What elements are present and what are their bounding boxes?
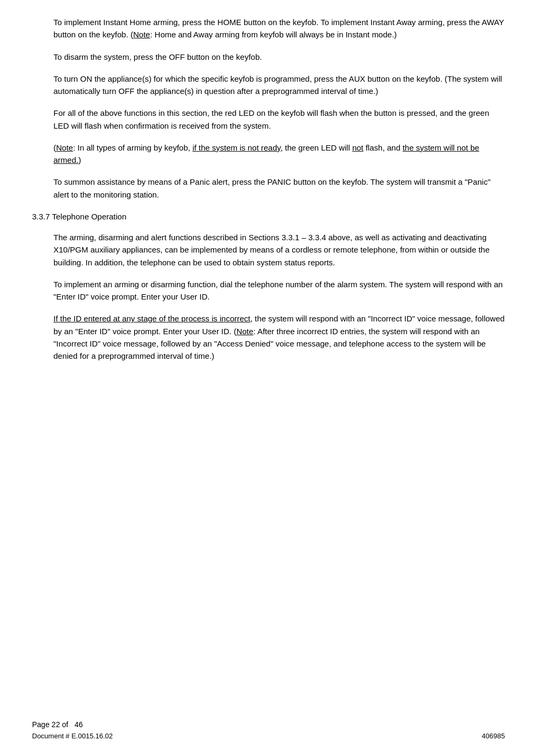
footer-page-num: 22 (52, 720, 60, 729)
section-p2-text: To implement an arming or disarming func… (53, 280, 503, 301)
section-heading-3-3-7: 3.3.7 Telephone Operation (32, 210, 505, 223)
paragraph-5-mid: : In all types of arming by keyfob, (73, 143, 192, 152)
footer-doc-label: Document # E.0015.16.02 (32, 732, 113, 740)
section-p3-underline: If the ID entered at any stage of the pr… (53, 314, 251, 323)
paragraph-5-close: ) (79, 155, 81, 164)
section-paragraph-3: If the ID entered at any stage of the pr… (53, 312, 505, 362)
paragraph-1-text-end: : Home and Away arming from keyfob will … (150, 30, 397, 39)
footer-of-label: of (60, 720, 74, 729)
paragraph-5-underline1: if the system is not ready (192, 143, 281, 152)
footer-page-label: Page (32, 720, 52, 729)
footer-doc-line: Document # E.0015.16.02 406985 (32, 732, 505, 740)
paragraph-6-text: To summon assistance by means of a Panic… (53, 177, 491, 199)
section-paragraph-1: The arming, disarming and alert function… (53, 231, 505, 269)
paragraph-5-note: Note (56, 143, 73, 152)
paragraph-6: To summon assistance by means of a Panic… (53, 176, 505, 201)
footer-total-pages: 46 (74, 720, 83, 729)
paragraph-5: (Note: In all types of arming by keyfob,… (53, 141, 505, 167)
paragraph-1-note: Note (133, 30, 150, 39)
page-container: To implement Instant Home arming, press … (0, 0, 537, 414)
paragraph-4-text: For all of the above functions in this s… (53, 108, 489, 130)
section-p1-text: The arming, disarming and alert function… (53, 233, 489, 267)
footer-page-line: Page 22 of 46 (32, 720, 505, 729)
paragraph-5-mid3: flash, and (363, 143, 402, 152)
section-paragraph-2: To implement an arming or disarming func… (53, 278, 505, 303)
paragraph-3-text: To turn ON the appliance(s) for which th… (53, 74, 502, 96)
footer: Page 22 of 46 Document # E.0015.16.02 40… (32, 720, 505, 740)
section-heading-text: 3.3.7 Telephone Operation (32, 212, 127, 221)
paragraph-3: To turn ON the appliance(s) for which th… (53, 73, 505, 98)
paragraph-2-text: To disarm the system, press the OFF butt… (53, 52, 262, 61)
paragraph-5-underline2: not (352, 143, 363, 152)
paragraph-2: To disarm the system, press the OFF butt… (53, 51, 505, 63)
footer-doc-num: 406985 (482, 732, 505, 740)
paragraph-5-mid2: , the green LED will (281, 143, 352, 152)
section-p3-note: Note (236, 327, 253, 336)
paragraph-1: To implement Instant Home arming, press … (53, 16, 505, 41)
paragraph-4: For all of the above functions in this s… (53, 107, 505, 132)
